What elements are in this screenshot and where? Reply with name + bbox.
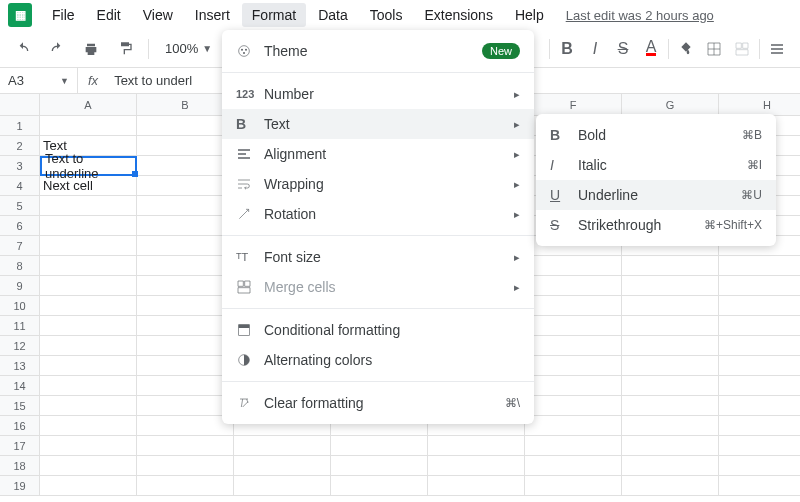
cell[interactable]	[525, 276, 622, 296]
cell[interactable]: Text to underline	[40, 156, 137, 176]
cell[interactable]	[622, 456, 719, 476]
cell[interactable]	[137, 256, 234, 276]
cell[interactable]	[137, 356, 234, 376]
menu-edit[interactable]: Edit	[87, 3, 131, 27]
cell[interactable]	[137, 196, 234, 216]
cell[interactable]	[719, 356, 800, 376]
submenu-bold[interactable]: B Bold ⌘B	[536, 120, 776, 150]
menu-data[interactable]: Data	[308, 3, 358, 27]
submenu-italic[interactable]: I Italic ⌘I	[536, 150, 776, 180]
cell[interactable]	[40, 416, 137, 436]
cell[interactable]	[525, 416, 622, 436]
menu-alignment[interactable]: Alignment▸	[222, 139, 534, 169]
cell[interactable]	[525, 356, 622, 376]
cell[interactable]	[719, 416, 800, 436]
row-header[interactable]: 17	[0, 436, 40, 456]
cell[interactable]	[137, 456, 234, 476]
cell[interactable]	[331, 436, 428, 456]
align-button[interactable]	[764, 36, 790, 62]
cell[interactable]	[137, 436, 234, 456]
select-all-corner[interactable]	[0, 94, 40, 116]
row-header[interactable]: 14	[0, 376, 40, 396]
cell[interactable]	[40, 196, 137, 216]
print-button[interactable]	[78, 36, 104, 62]
cell[interactable]	[525, 456, 622, 476]
column-header[interactable]: A	[40, 94, 137, 116]
cell[interactable]	[137, 476, 234, 496]
menu-wrapping[interactable]: Wrapping▸	[222, 169, 534, 199]
cell[interactable]	[40, 276, 137, 296]
menu-extensions[interactable]: Extensions	[414, 3, 502, 27]
column-header[interactable]: B	[137, 94, 234, 116]
cell[interactable]	[719, 476, 800, 496]
cell[interactable]	[525, 256, 622, 276]
cell[interactable]	[622, 336, 719, 356]
menu-theme[interactable]: Theme New	[222, 36, 534, 66]
redo-button[interactable]	[44, 36, 70, 62]
menu-view[interactable]: View	[133, 3, 183, 27]
cell[interactable]	[40, 116, 137, 136]
cell[interactable]	[40, 316, 137, 336]
cell[interactable]	[137, 336, 234, 356]
row-header[interactable]: 8	[0, 256, 40, 276]
menu-rotation[interactable]: Rotation▸	[222, 199, 534, 229]
cell[interactable]	[40, 236, 137, 256]
cell[interactable]	[622, 416, 719, 436]
cell[interactable]	[40, 256, 137, 276]
cell[interactable]	[40, 296, 137, 316]
row-header[interactable]: 2	[0, 136, 40, 156]
zoom-select[interactable]: 100%▼	[159, 41, 218, 56]
cell[interactable]	[137, 416, 234, 436]
strike-button[interactable]: S	[610, 36, 636, 62]
cell[interactable]	[622, 296, 719, 316]
row-header[interactable]: 18	[0, 456, 40, 476]
row-header[interactable]: 1	[0, 116, 40, 136]
cell[interactable]	[719, 436, 800, 456]
cell[interactable]	[137, 236, 234, 256]
cell[interactable]	[622, 476, 719, 496]
last-edit-link[interactable]: Last edit was 2 hours ago	[566, 8, 714, 23]
cell[interactable]	[137, 316, 234, 336]
cell[interactable]	[137, 176, 234, 196]
cell[interactable]	[137, 136, 234, 156]
menu-text[interactable]: B Text▸	[222, 109, 534, 139]
cell[interactable]	[525, 296, 622, 316]
row-header[interactable]: 9	[0, 276, 40, 296]
cell[interactable]	[137, 376, 234, 396]
cell[interactable]	[40, 336, 137, 356]
menu-clear-formatting[interactable]: Clear formatting ⌘\	[222, 388, 534, 418]
cell[interactable]	[622, 396, 719, 416]
cell[interactable]	[622, 356, 719, 376]
cell[interactable]	[40, 436, 137, 456]
submenu-underline[interactable]: U Underline ⌘U	[536, 180, 776, 210]
row-header[interactable]: 3	[0, 156, 40, 176]
cell[interactable]	[137, 156, 234, 176]
cell[interactable]	[525, 316, 622, 336]
cell[interactable]	[40, 356, 137, 376]
cell[interactable]	[622, 256, 719, 276]
cell[interactable]	[719, 256, 800, 276]
cell[interactable]	[234, 436, 331, 456]
cell[interactable]	[719, 396, 800, 416]
menu-insert[interactable]: Insert	[185, 3, 240, 27]
paint-format-button[interactable]	[112, 36, 138, 62]
menu-help[interactable]: Help	[505, 3, 554, 27]
cell[interactable]	[719, 316, 800, 336]
column-header[interactable]: F	[525, 94, 622, 116]
row-header[interactable]: 12	[0, 336, 40, 356]
cell[interactable]	[234, 456, 331, 476]
row-header[interactable]: 15	[0, 396, 40, 416]
row-header[interactable]: 19	[0, 476, 40, 496]
menu-alternating-colors[interactable]: Alternating colors	[222, 345, 534, 375]
cell[interactable]	[331, 456, 428, 476]
cell[interactable]	[40, 456, 137, 476]
row-header[interactable]: 13	[0, 356, 40, 376]
fill-color-button[interactable]	[673, 36, 699, 62]
menu-number[interactable]: 123 Number▸	[222, 79, 534, 109]
cell[interactable]	[622, 276, 719, 296]
cell[interactable]	[40, 376, 137, 396]
cell[interactable]	[719, 276, 800, 296]
cell[interactable]	[719, 296, 800, 316]
text-color-button[interactable]: A	[638, 36, 664, 62]
cell[interactable]	[40, 396, 137, 416]
